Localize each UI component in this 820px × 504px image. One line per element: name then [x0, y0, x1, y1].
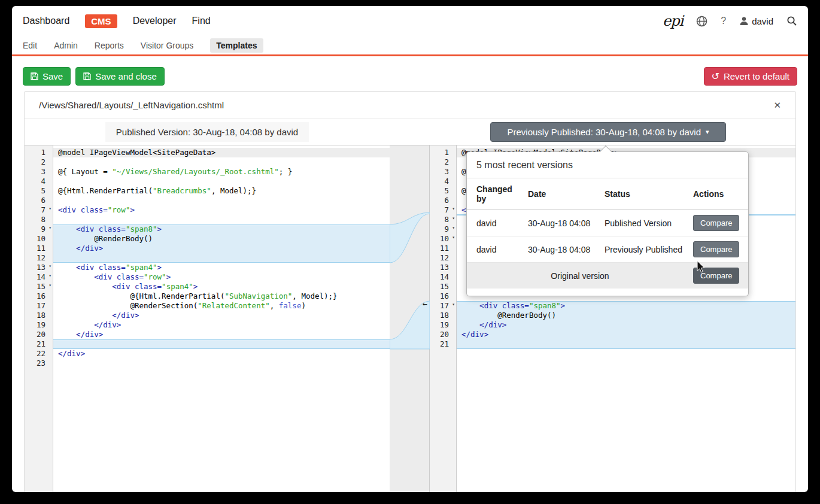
- code-line[interactable]: <div class="span8">: [53, 224, 390, 234]
- code-line[interactable]: </div>: [53, 349, 390, 359]
- toolbar: Save Save and close ↺ Revert to default: [23, 67, 797, 86]
- code-line[interactable]: </div>: [457, 330, 795, 339]
- code-line[interactable]: [53, 359, 390, 368]
- line-number: 21: [25, 339, 53, 349]
- table-row: david 30-Aug-18 04:08 Previously Publish…: [467, 236, 748, 263]
- fold-caret-icon[interactable]: ▾: [452, 302, 455, 307]
- code-line[interactable]: [457, 339, 795, 349]
- mouse-cursor: [697, 261, 705, 273]
- save-button[interactable]: Save: [23, 67, 71, 86]
- code-line[interactable]: @{ Layout = "~/Views/Shared/Layouts/_Roo…: [53, 167, 390, 177]
- cell-original-version: Original version: [467, 263, 688, 289]
- line-number: 14: [430, 272, 456, 282]
- code-line[interactable]: @RenderSection("RelatedContent", false): [53, 301, 390, 311]
- code-line[interactable]: <div class="row">: [53, 205, 390, 215]
- line-number: 19: [430, 320, 456, 330]
- save-and-close-button-label: Save and close: [95, 71, 157, 81]
- close-icon[interactable]: ✕: [773, 100, 781, 111]
- chevron-down-icon: ▾: [706, 128, 709, 136]
- globe-icon[interactable]: [696, 16, 707, 27]
- published-version-wrap: Published Version: 30-Aug-18, 04:08 by d…: [25, 119, 390, 145]
- code-line[interactable]: <div class="span4">: [53, 282, 390, 292]
- fold-caret-icon[interactable]: ▾: [48, 226, 51, 230]
- line-number: 5: [25, 186, 53, 196]
- line-number: 7▾: [430, 205, 456, 215]
- line-number: 2: [25, 157, 53, 167]
- revert-to-default-button[interactable]: ↺ Revert to default: [704, 67, 797, 86]
- line-number: 6: [430, 196, 456, 205]
- code-line[interactable]: [53, 177, 390, 186]
- fold-caret-icon[interactable]: ▾: [452, 235, 455, 240]
- subnav-item-templates[interactable]: Templates: [210, 38, 263, 53]
- column-header-actions: Actions: [688, 178, 748, 210]
- version-selector-button[interactable]: Previously Published: 30-Aug-18, 04:08 b…: [490, 122, 726, 142]
- code-line[interactable]: </div>: [457, 320, 795, 330]
- save-and-close-button[interactable]: Save and close: [75, 67, 165, 86]
- epi-logo: epi: [663, 14, 683, 28]
- code-line[interactable]: [53, 215, 390, 224]
- line-number: 10: [25, 234, 53, 244]
- code-line[interactable]: @{Html.RenderPartial("SubNavigation", Mo…: [53, 292, 390, 301]
- subnav-item-visitor-groups[interactable]: Visitor Groups: [141, 41, 193, 50]
- code-line[interactable]: [53, 339, 390, 349]
- nav-item-cms[interactable]: CMS: [85, 14, 117, 28]
- code-line[interactable]: [53, 253, 390, 263]
- fold-caret-icon[interactable]: ▾: [452, 216, 455, 221]
- search-icon[interactable]: [786, 16, 797, 26]
- fold-caret-icon[interactable]: ▾: [48, 207, 51, 211]
- column-header-status: Status: [600, 178, 688, 210]
- column-header-changed-by: Changed by: [467, 178, 523, 210]
- code-line[interactable]: [53, 196, 390, 205]
- cell-changed-by: david: [467, 210, 523, 236]
- subnav-item-reports[interactable]: Reports: [95, 41, 124, 50]
- code-line[interactable]: </div>: [53, 311, 390, 320]
- subnav-item-edit[interactable]: Edit: [23, 41, 37, 50]
- compare-button[interactable]: Compare: [693, 241, 739, 257]
- version-bar: Published Version: 30-Aug-18, 04:08 by d…: [25, 119, 795, 145]
- line-number: 1: [25, 148, 53, 157]
- browser-viewport: Dashboard CMS Developer Find epi ? david: [12, 6, 808, 492]
- floppy-icon: [83, 72, 91, 80]
- left-code-pane[interactable]: @model IPageViewModel<SitePageData>@{ La…: [53, 145, 390, 492]
- line-number: 2: [430, 157, 456, 167]
- code-line[interactable]: </div>: [53, 320, 390, 330]
- line-number: 22: [25, 349, 53, 359]
- help-icon[interactable]: ?: [721, 16, 726, 26]
- fold-caret-icon[interactable]: ▾: [48, 283, 51, 288]
- nav-item-find[interactable]: Find: [192, 16, 211, 26]
- fold-caret-icon[interactable]: ▾: [452, 207, 455, 211]
- code-line[interactable]: @model IPageViewModel<SitePageData>: [53, 148, 390, 157]
- fold-caret-icon[interactable]: ▾: [452, 226, 455, 230]
- fold-caret-icon[interactable]: ▾: [48, 274, 51, 278]
- line-number: 4: [25, 177, 53, 186]
- code-line[interactable]: @{Html.RenderPartial("Breadcrumbs", Mode…: [53, 186, 390, 196]
- merge-left-arrow-icon[interactable]: ←: [423, 299, 427, 309]
- subnav-item-admin[interactable]: Admin: [54, 41, 78, 50]
- code-line[interactable]: <div class="span8">: [457, 301, 795, 311]
- code-line[interactable]: </div>: [53, 330, 390, 339]
- sub-navigation: Edit Admin Reports Visitor Groups Templa…: [12, 36, 808, 54]
- nav-item-dashboard[interactable]: Dashboard: [23, 16, 69, 26]
- user-menu[interactable]: david: [739, 16, 773, 26]
- code-line[interactable]: [53, 157, 390, 167]
- line-number: 5: [430, 186, 456, 196]
- code-line[interactable]: </div>: [53, 244, 390, 253]
- code-line[interactable]: @RenderBody(): [457, 311, 795, 320]
- diff-connectors: [390, 145, 430, 492]
- line-number: 18: [430, 311, 456, 320]
- cell-changed-by: david: [467, 236, 523, 263]
- code-line[interactable]: <div class="span4">: [53, 263, 390, 272]
- line-number: 20: [430, 330, 456, 339]
- line-number: 11: [430, 244, 456, 253]
- line-number: 10▾: [430, 234, 456, 244]
- fold-caret-icon[interactable]: ▾: [48, 264, 51, 269]
- code-line[interactable]: @RenderBody(): [53, 234, 390, 244]
- accent-divider: [12, 54, 808, 56]
- line-number: 9▾: [430, 224, 456, 234]
- nav-item-developer[interactable]: Developer: [133, 16, 177, 26]
- code-line[interactable]: <div class="row">: [53, 272, 390, 282]
- compare-button[interactable]: Compare: [693, 215, 739, 231]
- table-row-original-version: Original version Compare: [467, 263, 748, 289]
- line-number: 14▾: [25, 272, 53, 282]
- line-number: 6: [25, 196, 53, 205]
